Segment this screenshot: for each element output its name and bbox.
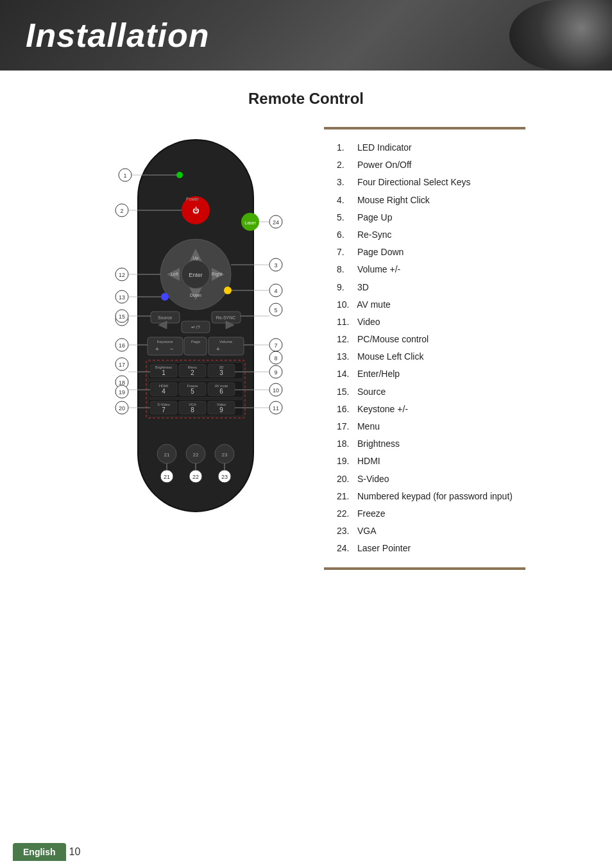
legend-item-num: 24. (337, 540, 355, 556)
legend-item-num: 8. (337, 262, 355, 278)
svg-point-37 (161, 293, 169, 301)
legend-area: 1. LED Indicator2. Power On/Off3. Four D… (324, 127, 525, 570)
legend-item-label: AV mute (357, 299, 391, 310)
legend-item: 18. Brightness (337, 435, 513, 453)
legend-item: 12. PC/Mouse control (337, 331, 513, 348)
svg-text:+: + (155, 346, 159, 353)
svg-text:Re-SYNC: Re-SYNC (216, 315, 236, 320)
legend-item-label: Brightness (357, 438, 400, 449)
svg-text:1: 1 (162, 369, 166, 376)
svg-text:Keystone: Keystone (157, 340, 174, 344)
svg-text:22: 22 (193, 452, 199, 458)
legend-item-num: 17. (337, 419, 355, 435)
legend-item-num: 12. (337, 331, 355, 347)
legend-item-num: 20. (337, 471, 355, 487)
legend-item: 21. Numbered keypad (for password input) (337, 488, 513, 505)
svg-text:Power: Power (186, 197, 200, 201)
legend-item-label: HDMI (357, 456, 380, 466)
legend-item: 13. Mouse Left Click (337, 348, 513, 365)
svg-text:11: 11 (273, 405, 279, 412)
legend-item-label: Mouse Right Click (357, 195, 430, 205)
svg-text:21: 21 (164, 452, 170, 458)
main-content: Remote Control 1 ⏻ Power 2 (0, 71, 612, 597)
svg-text:23: 23 (221, 474, 228, 480)
svg-text:23: 23 (222, 452, 228, 458)
legend-item-num: 16. (337, 401, 355, 417)
footer: English 10 (0, 836, 612, 868)
legend-item-label: Video (357, 317, 380, 327)
legend-item-label: S-Video (357, 474, 389, 484)
legend-item-num: 1. (337, 140, 355, 156)
content-row: 1 ⏻ Power 2 Laser 24 (26, 127, 586, 578)
footer-language: English (23, 847, 56, 857)
legend-box: 1. LED Indicator2. Power On/Off3. Four D… (324, 127, 525, 570)
legend-item-label: Volume +/- (357, 264, 400, 274)
svg-text:3: 3 (219, 369, 223, 376)
svg-text:5: 5 (275, 307, 278, 313)
legend-item-num: 6. (337, 227, 355, 243)
svg-text:Page: Page (191, 340, 201, 344)
legend-item-num: 3. (337, 174, 355, 190)
legend-item: 19. HDMI (337, 453, 513, 470)
legend-item-label: 3D (357, 282, 369, 292)
svg-text:3: 3 (275, 262, 278, 269)
svg-text:2: 2 (191, 369, 194, 376)
legend-item: 22. Freeze (337, 505, 513, 522)
footer-page-number: 10 (69, 846, 81, 858)
legend-item-num: 14. (337, 366, 355, 382)
legend-item: 1. LED Indicator (337, 139, 513, 156)
svg-text:13: 13 (119, 294, 125, 301)
legend-item: 9. 3D (337, 279, 513, 296)
legend-item-label: Laser Pointer (357, 543, 411, 553)
legend-item-num: 5. (337, 210, 355, 226)
svg-text:−: − (170, 346, 174, 353)
legend-item: 3. Four Directional Select Keys (337, 174, 513, 191)
legend-item: 24. Laser Pointer (337, 540, 513, 557)
svg-text:Enter: Enter (189, 272, 203, 278)
remote-svg: 1 ⏻ Power 2 Laser 24 (87, 127, 305, 576)
svg-text:+: + (216, 346, 220, 353)
svg-text:2: 2 (121, 208, 124, 214)
legend-item-label: VGA (357, 526, 377, 536)
svg-text:9: 9 (219, 406, 223, 413)
legend-item-label: Enter/Help (357, 369, 400, 379)
legend-item-num: 19. (337, 453, 355, 469)
legend-item: 16. Keystone +/- (337, 401, 513, 418)
legend-item: 8. Volume +/- (337, 261, 513, 278)
svg-text:Left: Left (171, 272, 178, 276)
legend-item-num: 18. (337, 436, 355, 452)
svg-text:↵/?: ↵/? (191, 324, 200, 330)
svg-text:6: 6 (219, 388, 223, 395)
svg-text:⏻: ⏻ (192, 206, 200, 214)
legend-item: 5. Page Up (337, 209, 513, 226)
legend-item-num: 11. (337, 314, 355, 330)
svg-text:Volume: Volume (219, 340, 233, 344)
legend-item-num: 2. (337, 157, 355, 173)
svg-text:19: 19 (119, 389, 125, 396)
svg-text:22: 22 (192, 474, 199, 480)
legend-item: 17. Menu (337, 418, 513, 435)
svg-text:20: 20 (119, 405, 125, 412)
svg-text:Laser: Laser (244, 221, 256, 225)
section-title: Remote Control (248, 90, 364, 108)
svg-point-30 (224, 287, 232, 294)
legend-item-label: Source (357, 387, 386, 397)
svg-text:4: 4 (275, 288, 278, 294)
legend-item-label: Freeze (357, 508, 386, 519)
legend-item: 10. AV mute (337, 296, 513, 313)
legend-item-label: Page Up (357, 212, 392, 222)
legend-item-num: 22. (337, 506, 355, 522)
legend-item: 20. S-Video (337, 471, 513, 488)
svg-text:21: 21 (164, 474, 170, 480)
legend-item-label: Power On/Off (357, 160, 412, 170)
lens-decoration (509, 0, 612, 71)
legend-item-label: Menu (357, 421, 380, 431)
legend-item-num: 7. (337, 244, 355, 260)
legend-item-num: 15. (337, 384, 355, 400)
remote-illustration: 1 ⏻ Power 2 Laser 24 (87, 127, 305, 578)
svg-text:4: 4 (162, 388, 166, 395)
page-header-title: Installation (26, 16, 209, 54)
legend-item-num: 9. (337, 280, 355, 296)
svg-text:8: 8 (275, 355, 278, 362)
legend-item: 6. Re-Sync (337, 226, 513, 244)
